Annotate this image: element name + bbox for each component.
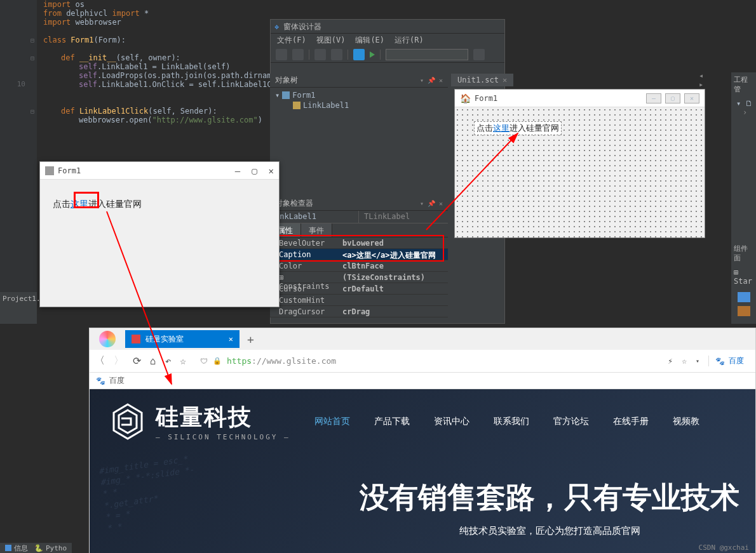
running-form-window: Form1 — ▢ ✕ 点击这里进入硅量官网 xyxy=(39,161,280,307)
run-icon[interactable] xyxy=(370,51,375,58)
designer-toolbar xyxy=(271,46,504,63)
form-icon: 🏠 xyxy=(460,93,471,103)
toolbar-button[interactable] xyxy=(276,49,287,60)
maximize-button[interactable]: ▢ xyxy=(665,93,680,103)
close-icon[interactable]: ✕ xyxy=(229,335,233,343)
tree-node-linklabel1[interactable]: LinkLabel1 xyxy=(275,100,443,110)
nav-forum[interactable]: 官方论坛 xyxy=(553,416,589,427)
back-button[interactable]: 〈 xyxy=(95,354,105,368)
browser-logo[interactable] xyxy=(90,328,125,350)
browser-search[interactable]: 🐾 百度 xyxy=(708,356,750,366)
baidu-icon: 🐾 xyxy=(96,376,105,385)
home-button[interactable]: ⌂ xyxy=(150,355,156,367)
bookmark-baidu[interactable]: 百度 xyxy=(109,375,125,386)
property-row[interactable]: DragCursorcrDrag xyxy=(270,306,448,317)
property-row-caption[interactable]: Caption<a>这里</a>进入硅量官网 xyxy=(270,249,448,260)
toolbar-button[interactable] xyxy=(353,49,365,60)
menu-file[interactable]: 文件(F) xyxy=(277,35,306,45)
dropdown-icon[interactable]: ▾ xyxy=(696,357,699,364)
toolbar-button[interactable] xyxy=(314,49,326,60)
nav-news[interactable]: 资讯中心 xyxy=(434,416,469,427)
line-number: 10 xyxy=(6,80,25,88)
inspector-object-name[interactable]: inkLabel1 xyxy=(270,211,359,223)
inspector-title: 对象检查器 xyxy=(275,198,313,209)
toolbar-input[interactable] xyxy=(386,49,468,60)
baidu-icon: 🐾 xyxy=(715,357,725,366)
inspector-object-type: TLinkLabel xyxy=(359,211,448,223)
close-icon[interactable]: ✕ xyxy=(503,76,507,84)
toolbar-button[interactable] xyxy=(331,49,342,60)
nav-video[interactable]: 视频教 xyxy=(673,416,699,427)
object-inspector-panel: 对象检查器 ▾📌✕ inkLabel1 TLinkLabel 属性 事件 Bev… xyxy=(270,197,448,317)
design-form-preview: 🏠 Form1 — ▢ ✕ 点击这里进入硅量官网 xyxy=(454,89,705,238)
shield-icon: 🛡 xyxy=(200,357,208,366)
project-mgr-label[interactable]: 工程管 xyxy=(731,72,756,97)
form-icon xyxy=(45,166,54,175)
linklabel-runtime[interactable]: 点击这里进入硅量官网 xyxy=(53,199,142,209)
linklabel-design[interactable]: 点击这里进入硅量官网 xyxy=(474,121,562,135)
component-panel-label[interactable]: 组件面 xyxy=(731,241,756,265)
address-bar[interactable]: 🛡 🔒 https://www.glsite.com xyxy=(195,352,659,370)
forward-button[interactable]: 〉 xyxy=(114,354,124,368)
property-row[interactable]: CustomHint xyxy=(270,295,448,306)
minimize-button[interactable]: — xyxy=(646,93,661,103)
tab-unit1[interactable]: Unit1.sct✕ xyxy=(451,74,513,86)
property-row[interactable]: BevelOuterbvLowered xyxy=(270,237,448,249)
designer-menu[interactable]: 文件(F) 视图(V) 编辑(E) 运行(R) xyxy=(271,34,504,46)
form-title: Form1 xyxy=(58,166,81,175)
property-row[interactable]: ⊞ Constraints(TSizeConstraints) xyxy=(270,272,448,283)
object-tree-panel: 对象树 ▾📌✕ ▾Form1 LinkLabel1 xyxy=(270,74,448,194)
site-brand[interactable]: 硅量科技 — SILICON TECHNOLOGY — xyxy=(109,402,290,441)
nav-home[interactable]: 网站首页 xyxy=(314,416,350,427)
nav-manual[interactable]: 在线手册 xyxy=(613,416,649,427)
refresh-button[interactable]: ⟳ xyxy=(133,355,141,367)
tab-events[interactable]: 事件 xyxy=(301,223,332,237)
tree-node-form1[interactable]: ▾Form1 xyxy=(275,90,443,100)
property-row[interactable]: CursorcrDefault xyxy=(270,283,448,295)
object-tree-title: 对象树 xyxy=(275,75,298,86)
toolbar-button[interactable] xyxy=(473,49,485,60)
component-icon[interactable] xyxy=(738,306,750,316)
hero-subtitle: 纯技术员实验室，匠心为您打造高品质官网 xyxy=(344,525,755,537)
status-bar: 信息 🐍Pytho xyxy=(0,543,72,553)
nav-download[interactable]: 产品下载 xyxy=(374,416,410,427)
component-icon[interactable] xyxy=(738,292,750,302)
undo-button[interactable]: ↶ xyxy=(165,355,172,367)
close-button[interactable]: ✕ xyxy=(684,93,699,103)
menu-run[interactable]: 运行(R) xyxy=(395,35,424,45)
menu-view[interactable]: 视图(V) xyxy=(316,35,346,45)
property-row[interactable]: ColorclBtnFace xyxy=(270,260,448,272)
maximize-button[interactable]: ▢ xyxy=(252,166,257,176)
toolbar-button[interactable] xyxy=(292,49,304,60)
minimize-button[interactable]: — xyxy=(235,166,240,176)
design-form-title: Form1 xyxy=(475,94,497,103)
project-name[interactable]: Project1. xyxy=(0,292,37,305)
star-icon[interactable]: ☆ xyxy=(682,356,687,366)
new-tab-button[interactable]: + xyxy=(240,333,262,346)
hero-title: 没有销售套路，只有专业技术 xyxy=(344,478,755,517)
brand-logo-icon xyxy=(109,403,147,441)
close-button[interactable]: ✕ xyxy=(269,166,274,176)
watermark: CSDN @gxchai xyxy=(699,543,749,552)
editor-gutter: ⊟ ⊟ 10 ⊟ xyxy=(0,0,37,324)
flash-icon[interactable]: ⚡ xyxy=(668,356,673,366)
browser-window: 硅量实验室 ✕ + 〈 〉 ⟳ ⌂ ↶ ☆ 🛡 🔒 https://www.gl… xyxy=(89,328,756,553)
designer-titlebar: ❖ 窗体设计器 xyxy=(271,20,504,34)
browser-tab[interactable]: 硅量实验室 ✕ xyxy=(125,330,240,348)
lock-icon: 🔒 xyxy=(213,357,222,365)
editor-tabs: Unit1.sct✕ ◂ ▸ xyxy=(451,72,513,88)
project-panel: Project1. xyxy=(0,292,37,324)
favorite-button[interactable]: ☆ xyxy=(180,355,186,367)
menu-edit[interactable]: 编辑(E) xyxy=(355,35,384,45)
browser-content: #img_title = esc_*#img_* *-*:slide *-* *… xyxy=(90,389,755,553)
nav-contact[interactable]: 联系我们 xyxy=(494,416,529,427)
